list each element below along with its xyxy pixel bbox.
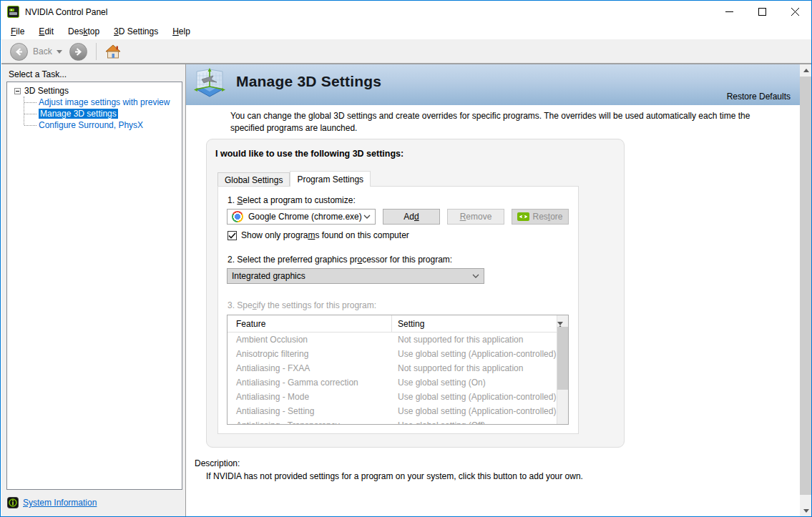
page-title: Manage 3D Settings xyxy=(236,73,381,90)
show-programs-checkbox[interactable] xyxy=(228,231,237,240)
nvidia-control-panel-window: NVIDIA Control Panel File Edit Desktop 3… xyxy=(0,0,812,517)
label-segment: cessor for this program: xyxy=(362,255,452,265)
menu-edit[interactable]: Edit xyxy=(34,24,58,39)
restore-button[interactable]: Restore xyxy=(512,209,569,225)
program-select-dropdown[interactable]: Google Chrome (chrome.exe) xyxy=(227,209,376,225)
label-segment: top xyxy=(87,26,99,36)
setting-cell: Not supported for this application xyxy=(392,335,523,345)
manage-3d-settings-icon xyxy=(193,67,226,103)
home-button[interactable] xyxy=(105,44,121,59)
section3-label: 3. Specify the settings for this program… xyxy=(228,300,376,310)
tree-root-3d-settings[interactable]: 3D Settings xyxy=(24,86,69,96)
description-text: If NVIDIA has not provided settings for … xyxy=(206,471,583,481)
feature-cell: Antialiasing - Mode xyxy=(228,392,392,402)
checkmark-icon xyxy=(228,232,236,239)
table-row[interactable]: Anisotropic filteringUse global setting … xyxy=(228,347,568,361)
restore-defaults-button[interactable]: Restore Defaults xyxy=(727,92,791,102)
menu-3d-settings[interactable]: 3D Settings xyxy=(109,24,162,39)
system-information-link[interactable]: System Information xyxy=(23,498,97,508)
feature-cell: Ambient Occlusion xyxy=(228,335,392,345)
label-segment: Res xyxy=(532,212,547,222)
setting-cell: Use global setting (Application-controll… xyxy=(392,392,556,402)
graphics-processor-value: Integrated graphics xyxy=(232,271,305,281)
main-scrollbar[interactable] xyxy=(800,64,812,517)
sidebar-item-adjust-image-settings[interactable]: Adjust image settings with preview xyxy=(24,97,180,108)
table-row[interactable]: Antialiasing - FXAANot supported for thi… xyxy=(228,361,568,375)
close-button[interactable] xyxy=(778,1,811,23)
main-scrollbar-thumb[interactable] xyxy=(800,77,812,495)
label-segment: ile xyxy=(16,26,24,36)
column-header-setting: Setting xyxy=(392,319,424,329)
page-header: Manage 3D Settings Restore Defaults xyxy=(186,64,812,105)
tab-program-settings[interactable]: Program Settings xyxy=(290,171,371,187)
label-segment: H xyxy=(172,26,179,36)
tab-label: Program Settings xyxy=(297,174,363,184)
menu-file[interactable]: File xyxy=(6,24,29,39)
menu-help[interactable]: Help xyxy=(168,24,195,39)
show-programs-checkbox-row: Show only programs found on this compute… xyxy=(228,230,409,240)
minimize-button[interactable] xyxy=(713,1,745,23)
nvidia-app-icon xyxy=(7,6,19,18)
sidebar: Select a Task... 3D Settings Adjust imag… xyxy=(1,64,185,517)
table-row[interactable]: Antialiasing - ModeUse global setting (A… xyxy=(228,390,568,404)
sidebar-item-manage-3d-settings[interactable]: Manage 3D settings xyxy=(24,108,180,119)
add-button[interactable]: Add xyxy=(383,209,440,225)
description-label: Description: xyxy=(195,458,240,468)
maximize-button[interactable] xyxy=(745,1,778,23)
table-row[interactable]: Ambient OcclusionNot supported for this … xyxy=(228,333,568,347)
label-segment: Show only progra xyxy=(241,230,308,240)
setting-cell: Use global setting (Off) xyxy=(392,420,486,424)
setting-cell: Use global setting (Application-controll… xyxy=(392,349,556,359)
tree-collapse-icon[interactable] xyxy=(14,88,21,94)
graphics-processor-dropdown[interactable]: Integrated graphics xyxy=(227,268,484,284)
table-scrollbar-thumb[interactable] xyxy=(557,327,568,390)
back-button[interactable] xyxy=(10,43,28,61)
scroll-down-arrow-icon[interactable] xyxy=(800,505,812,517)
label-segment: dit xyxy=(44,26,54,36)
back-history-caret-icon[interactable] xyxy=(57,50,62,54)
feature-cell: Antialiasing - Transparency xyxy=(228,420,392,424)
menu-bar: File Edit Desktop 3D Settings Help xyxy=(1,23,811,40)
table-row[interactable]: Antialiasing - Gamma correctionUse globa… xyxy=(228,375,568,390)
label-segment: D Settings xyxy=(119,26,158,36)
content-region: Select a Task... 3D Settings Adjust imag… xyxy=(1,64,812,517)
menu-desktop[interactable]: Desktop xyxy=(64,24,104,39)
label-segment: s found on this computer xyxy=(315,230,409,240)
show-programs-checkbox-label: Show only programs found on this compute… xyxy=(241,230,409,240)
feature-cell: Antialiasing - Gamma correction xyxy=(228,378,392,388)
label-segment: emove xyxy=(466,212,491,222)
label-segment: R xyxy=(460,212,466,222)
table-body: Ambient OcclusionNot supported for this … xyxy=(228,333,568,424)
back-button-label: Back xyxy=(33,46,52,56)
window-title: NVIDIA Control Panel xyxy=(25,7,107,17)
chrome-icon xyxy=(232,211,243,222)
nvidia-eye-icon xyxy=(517,212,529,221)
table-scrollbar[interactable] xyxy=(557,315,568,424)
label-segment: 1. xyxy=(228,195,237,205)
scroll-up-arrow-icon[interactable] xyxy=(800,64,812,77)
page-intro-text: You can change the global 3D settings an… xyxy=(230,110,783,135)
tree-item-label: Adjust image settings with preview xyxy=(39,97,170,107)
section2-label: 2. Select the preferred graphics process… xyxy=(228,255,452,265)
column-header-feature: Feature xyxy=(228,315,392,332)
settings-card: I would like to use the following 3D set… xyxy=(206,139,625,448)
select-task-header: Select a Task... xyxy=(1,64,185,79)
table-row[interactable]: Antialiasing - SettingUse global setting… xyxy=(228,404,568,418)
forward-button[interactable] xyxy=(69,43,87,61)
setting-cell: Use global setting (On) xyxy=(392,378,486,388)
tab-global-settings[interactable]: Global Settings xyxy=(217,172,290,187)
sidebar-item-configure-surround-physx[interactable]: Configure Surround, PhysX xyxy=(24,119,180,131)
label-segment: ore xyxy=(550,212,562,222)
label-segment: elp xyxy=(179,26,190,36)
tree-item-label: Configure Surround, PhysX xyxy=(39,120,143,130)
label-segment: d xyxy=(414,212,419,222)
card-heading: I would like to use the following 3D set… xyxy=(215,149,403,159)
feature-cell: Antialiasing - Setting xyxy=(228,406,392,416)
label-segment: 3 xyxy=(114,26,119,36)
table-row[interactable]: Antialiasing - TransparencyUse global se… xyxy=(228,418,568,424)
feature-cell: Antialiasing - FXAA xyxy=(228,363,392,373)
tree-item-label: Manage 3D settings xyxy=(39,109,118,119)
tab-label: Global Settings xyxy=(225,175,283,185)
chevron-down-icon xyxy=(363,215,371,219)
remove-button[interactable]: Remove xyxy=(447,209,504,225)
